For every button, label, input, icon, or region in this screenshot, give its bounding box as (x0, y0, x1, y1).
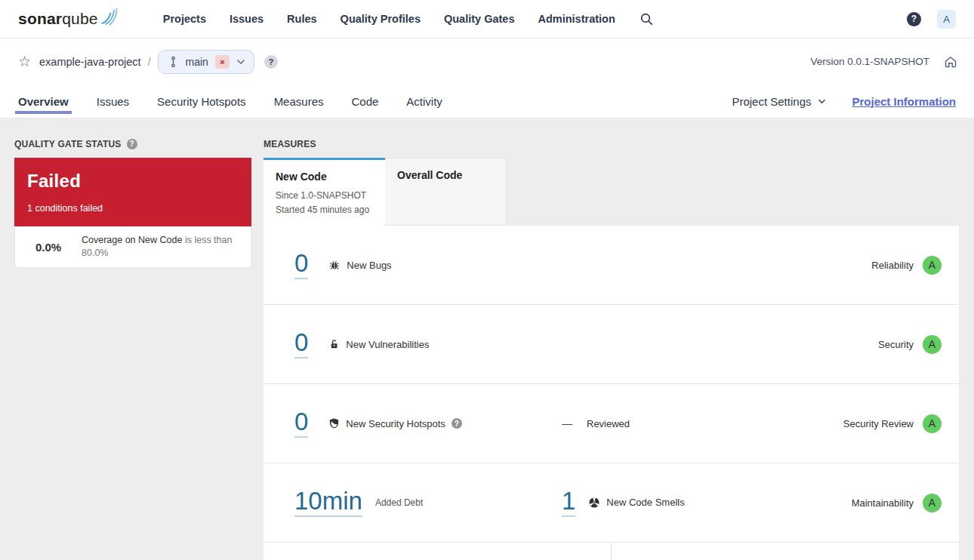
avatar[interactable]: A (937, 10, 956, 29)
tab-new-code[interactable]: New Code Since 1.0-SNAPSHOT Started 45 m… (264, 158, 385, 226)
nav-item-rules[interactable]: Rules (287, 13, 317, 25)
tab-code[interactable]: Code (351, 85, 378, 118)
security-review-rating-badge: A (923, 414, 942, 433)
tab-overview[interactable]: Overview (18, 85, 69, 118)
maintainability-rating-link[interactable]: Maintainability A (852, 494, 959, 512)
branch-clear-icon[interactable]: × (215, 55, 230, 69)
measure-row-security-review: 0 New Security Hotspots ? — Reviewed (264, 384, 959, 463)
chevron-down-icon (236, 59, 245, 65)
chevron-down-icon (818, 99, 826, 104)
breadcrumb-project-name[interactable]: example-java-project (39, 56, 141, 68)
project-version: Version 0.0.1-SNAPSHOT (810, 56, 929, 67)
branch-help-icon[interactable]: ? (264, 55, 278, 69)
branch-name: main (186, 56, 208, 68)
reviewed-empty-value: — (562, 417, 574, 429)
project-tabs-bar: Overview Issues Security Hotspots Measur… (0, 85, 974, 118)
measures-bottom-row (264, 543, 959, 560)
quality-gate-status-banner: Failed 1 conditions failed (14, 158, 251, 226)
new-security-hotspots-label[interactable]: New Security Hotspots ? (328, 417, 462, 429)
nav-item-issues[interactable]: Issues (230, 13, 264, 25)
duplications-box (612, 543, 959, 560)
condition-value: 0.0% (15, 241, 82, 254)
quality-gate-panel: QUALITY GATE STATUS ? Failed 1 condition… (14, 138, 251, 560)
reliability-rating-link[interactable]: Reliability A (871, 256, 959, 275)
new-bugs-label[interactable]: New Bugs (328, 259, 391, 271)
measure-row-maintainability: 10min Added Debt 1 (264, 463, 959, 543)
quality-gate-conditions-summary: 1 conditions failed (27, 203, 239, 214)
nav-item-quality-gates[interactable]: Quality Gates (444, 13, 514, 25)
new-bugs-count[interactable]: 0 (294, 251, 308, 279)
home-icon[interactable] (944, 55, 957, 69)
favorite-star-icon[interactable]: ☆ (18, 54, 31, 69)
shield-icon (328, 417, 340, 429)
new-code-smells-label[interactable]: New Code Smells (588, 497, 684, 509)
code-smell-icon (588, 497, 600, 509)
nav-item-administration[interactable]: Administration (538, 13, 615, 25)
reviewed-measure: — Reviewed (562, 417, 630, 429)
measures-header: MEASURES (264, 138, 959, 149)
project-tabs: Overview Issues Security Hotspots Measur… (18, 85, 442, 118)
added-debt-label: Added Debt (375, 497, 423, 508)
nav-item-projects[interactable]: Projects (163, 13, 206, 25)
measure-row-reliability: 0 New (264, 226, 959, 305)
tab-measures[interactable]: Measures (274, 85, 324, 118)
security-rating-link[interactable]: Security A (878, 335, 959, 354)
reliability-rating-badge: A (923, 256, 942, 275)
measures-panel: MEASURES New Code Since 1.0-SNAPSHOT Sta… (264, 138, 959, 560)
security-review-rating-link[interactable]: Security Review A (843, 414, 959, 433)
sonarqube-logo[interactable]: sonarqube (18, 10, 119, 28)
search-icon[interactable] (640, 13, 653, 26)
reviewed-label[interactable]: Reviewed (587, 418, 630, 429)
hotspots-help-icon[interactable]: ? (452, 418, 462, 429)
project-breadcrumb-bar: ☆ example-java-project / main × ? Versio… (0, 38, 974, 85)
measures-tabs: New Code Since 1.0-SNAPSHOT Started 45 m… (264, 158, 959, 226)
main-nav-items: Projects Issues Rules Quality Profiles Q… (163, 13, 615, 25)
nav-item-quality-profiles[interactable]: Quality Profiles (341, 13, 421, 25)
new-code-smells-count[interactable]: 1 (562, 488, 575, 517)
top-navigation-bar: sonarqube Projects Issues Rules Quality … (0, 0, 974, 38)
tab-overall-code[interactable]: Overall Code (385, 158, 507, 226)
tab-issues[interactable]: Issues (97, 85, 129, 118)
new-security-hotspots-count[interactable]: 0 (294, 409, 308, 438)
bug-icon (328, 259, 341, 271)
new-vulnerabilities-count[interactable]: 0 (294, 330, 308, 358)
topnav-right-actions: ? A (907, 10, 956, 29)
new-code-smells-measure: 1 New Code Smells (562, 488, 685, 517)
new-vulnerabilities-label[interactable]: New Vulnerabilities (328, 338, 429, 350)
added-debt-value[interactable]: 10min (294, 488, 362, 517)
project-information-link[interactable]: Project Information (852, 95, 956, 108)
breadcrumb-separator: / (148, 56, 151, 68)
security-rating-badge: A (923, 335, 942, 354)
logo-waves-icon (100, 7, 119, 26)
breadcrumb-right: Version 0.0.1-SNAPSHOT (810, 55, 957, 69)
failed-condition-row[interactable]: 0.0% Coverage on New Code is less than 8… (14, 226, 251, 268)
branch-icon (168, 56, 179, 68)
tab-activity[interactable]: Activity (406, 85, 442, 118)
coverage-box (264, 543, 612, 560)
help-icon[interactable]: ? (907, 12, 921, 26)
tab-security-hotspots[interactable]: Security Hotspots (157, 85, 246, 118)
quality-gate-header: QUALITY GATE STATUS ? (14, 138, 251, 149)
quality-gate-help-icon[interactable]: ? (127, 139, 137, 149)
overview-content: QUALITY GATE STATUS ? Failed 1 condition… (0, 118, 974, 560)
maintainability-rating-badge: A (923, 494, 942, 512)
project-settings-dropdown[interactable]: Project Settings (732, 95, 826, 108)
condition-description: Coverage on New Code is less than 80.0% (82, 234, 251, 260)
new-code-started: Started 45 minutes ago (276, 203, 373, 217)
new-code-since: Since 1.0-SNAPSHOT (276, 189, 373, 203)
branch-selector[interactable]: main × (158, 50, 254, 74)
measure-row-security: 0 New Vulnerabilities Security A (264, 305, 959, 384)
quality-gate-status: Failed (27, 171, 239, 192)
logo-text: sonarqube (18, 10, 98, 28)
measures-body: 0 New (264, 226, 959, 560)
lock-icon (328, 338, 340, 350)
tabsbar-right: Project Settings Project Information (732, 95, 956, 108)
